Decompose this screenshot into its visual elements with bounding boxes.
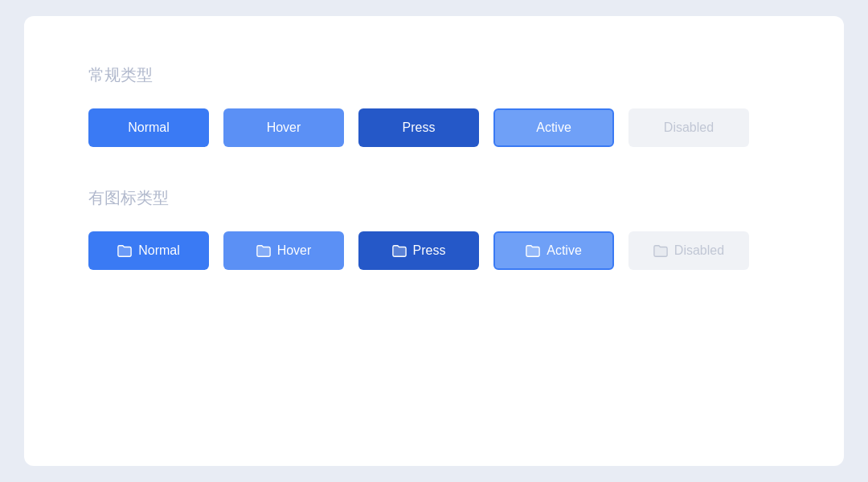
folder-icon: [653, 243, 668, 258]
btn-normal-press[interactable]: Press: [358, 108, 479, 147]
section-title-normal: 常规类型: [88, 64, 780, 86]
btn-icon-press[interactable]: Press: [358, 231, 479, 270]
button-row-icon: Normal Hover Press Active: [88, 231, 780, 270]
btn-icon-active[interactable]: Active: [493, 231, 614, 270]
folder-icon: [392, 243, 407, 258]
section-title-icon: 有图标类型: [88, 187, 780, 209]
button-row-normal: Normal Hover Press Active Disabled: [88, 108, 780, 147]
btn-normal-normal[interactable]: Normal: [88, 108, 209, 147]
btn-normal-disabled: Disabled: [628, 108, 749, 147]
btn-icon-hover[interactable]: Hover: [223, 231, 344, 270]
folder-icon: [526, 243, 540, 258]
main-card: 常规类型 Normal Hover Press Active Disabled …: [24, 16, 844, 466]
section-normal-type: 常规类型 Normal Hover Press Active Disabled: [88, 64, 780, 147]
btn-normal-active[interactable]: Active: [493, 108, 614, 147]
folder-icon: [256, 243, 271, 258]
section-icon-type: 有图标类型 Normal Hover Press: [88, 187, 780, 270]
btn-icon-normal[interactable]: Normal: [88, 231, 209, 270]
folder-icon: [117, 243, 132, 258]
btn-normal-hover[interactable]: Hover: [223, 108, 344, 147]
btn-icon-disabled: Disabled: [628, 231, 749, 270]
